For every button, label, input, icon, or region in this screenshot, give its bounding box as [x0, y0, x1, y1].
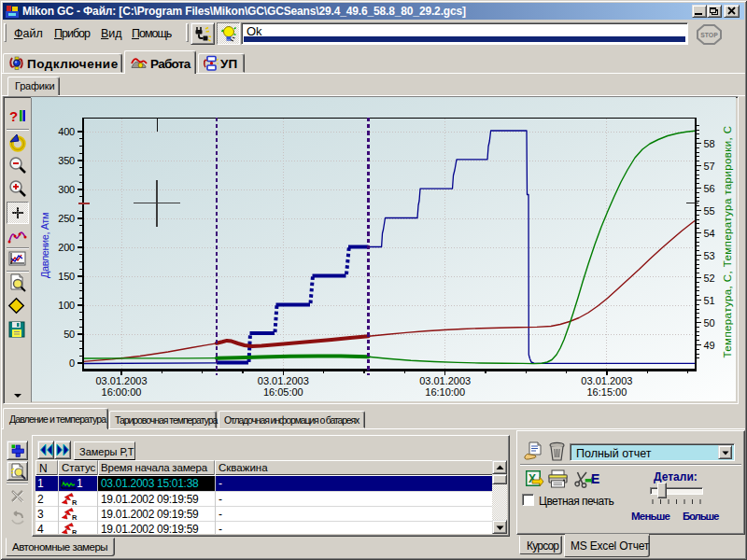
- svg-text:Давление, Атм: Давление, Атм: [39, 213, 50, 278]
- svg-text:400: 400: [58, 126, 75, 137]
- svg-text:150: 150: [58, 271, 75, 282]
- svg-text:54: 54: [704, 228, 715, 239]
- svg-text:56: 56: [704, 183, 715, 194]
- svg-text:52: 52: [704, 273, 715, 284]
- svg-text:03.01.2003: 03.01.2003: [95, 375, 147, 386]
- svg-text:03.01.2003: 03.01.2003: [581, 375, 632, 386]
- svg-text:300: 300: [58, 184, 75, 195]
- svg-text:03.01.2003: 03.01.2003: [258, 375, 309, 386]
- svg-text:R: R: [72, 528, 78, 534]
- svg-text:16:10:00: 16:10:00: [425, 386, 465, 398]
- svg-text:STOP: STOP: [700, 32, 718, 38]
- svg-text:250: 250: [58, 213, 75, 224]
- svg-text:53: 53: [704, 250, 715, 261]
- svg-text:51: 51: [704, 295, 715, 306]
- svg-text:57: 57: [704, 161, 715, 172]
- svg-text:55: 55: [704, 205, 715, 217]
- svg-text:50: 50: [63, 329, 75, 340]
- svg-text:R: R: [72, 498, 78, 506]
- svg-text:03.01.2003: 03.01.2003: [419, 375, 471, 386]
- svg-text:49: 49: [704, 340, 715, 351]
- svg-text:R: R: [72, 513, 78, 521]
- svg-text:Температура, С, Температура та: Температура, С, Температура тарировки, С: [722, 126, 733, 358]
- svg-text:200: 200: [58, 242, 75, 253]
- svg-text:100: 100: [58, 300, 75, 311]
- svg-text:350: 350: [58, 155, 75, 166]
- svg-text:16:15:00: 16:15:00: [586, 386, 627, 398]
- svg-text:16:05:00: 16:05:00: [263, 386, 303, 398]
- svg-text:0: 0: [69, 357, 75, 369]
- svg-text:?: ?: [9, 108, 18, 124]
- svg-text:50: 50: [704, 317, 715, 329]
- svg-text:58: 58: [704, 138, 715, 149]
- svg-text:16:00:00: 16:00:00: [102, 386, 142, 398]
